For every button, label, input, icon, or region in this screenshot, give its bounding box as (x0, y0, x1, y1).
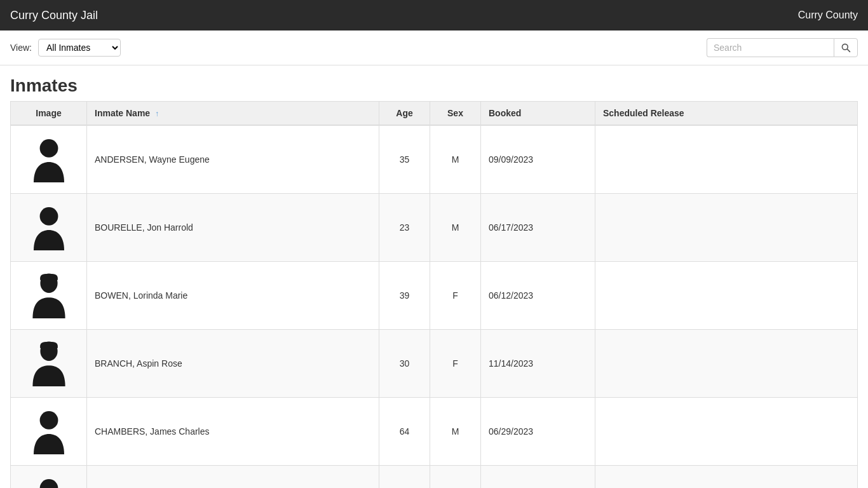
cell-booked: 10/15/2023 (481, 466, 595, 489)
table-row[interactable]: CHAMBERS, James Charles64M06/29/2023 (11, 398, 858, 466)
cell-name: COOPER, Leroy Frank (87, 466, 379, 489)
svg-line-1 (847, 49, 850, 51)
cell-sex: F (430, 262, 481, 330)
search-input[interactable] (707, 38, 834, 57)
cell-release (595, 466, 858, 489)
cell-name: CHAMBERS, James Charles (87, 398, 379, 466)
table-header: Image Inmate Name ↑ Age Sex Booked Sched… (11, 102, 858, 126)
female-silhouette (24, 270, 74, 321)
avatar (20, 131, 78, 188)
cell-booked: 11/14/2023 (481, 330, 595, 398)
cell-age: 39 (379, 262, 430, 330)
cell-sex: M (430, 194, 481, 262)
svg-point-7 (39, 479, 58, 488)
col-name[interactable]: Inmate Name ↑ (87, 102, 379, 126)
cell-age: 30 (379, 330, 430, 398)
cell-booked: 06/17/2023 (481, 194, 595, 262)
male-silhouette (24, 134, 74, 185)
col-booked: Booked (481, 102, 595, 126)
table-row[interactable]: BRANCH, Aspin Rose30F11/14/2023 (11, 330, 858, 398)
avatar (20, 335, 78, 392)
cell-sex: F (430, 330, 481, 398)
cell-sex: M (430, 398, 481, 466)
view-select[interactable]: All Inmates Released Active (38, 39, 121, 57)
inmates-table: Image Inmate Name ↑ Age Sex Booked Sched… (10, 101, 858, 488)
male-silhouette (24, 474, 74, 488)
avatar (20, 267, 78, 324)
cell-name: BOURELLE, Jon Harrold (87, 194, 379, 262)
cell-release (595, 194, 858, 262)
cell-release (595, 398, 858, 466)
table-row[interactable]: COOPER, Leroy Frank64M10/15/2023 (11, 466, 858, 489)
table-body: ANDERSEN, Wayne Eugene35M09/09/2023 BOUR… (11, 125, 858, 488)
search-button[interactable] (834, 38, 858, 57)
col-sex: Sex (430, 102, 481, 126)
app-header: Curry County Jail Curry County (0, 0, 868, 30)
svg-point-6 (39, 411, 58, 430)
cell-release (595, 125, 858, 194)
cell-name: ANDERSEN, Wayne Eugene (87, 125, 379, 194)
app-title: Curry County Jail (10, 9, 98, 22)
cell-booked: 06/29/2023 (481, 398, 595, 466)
cell-release (595, 330, 858, 398)
col-image: Image (11, 102, 87, 126)
cell-image (11, 262, 87, 330)
cell-name: BRANCH, Aspin Rose (87, 330, 379, 398)
cell-image (11, 398, 87, 466)
cell-age: 35 (379, 125, 430, 194)
page-title: Inmates (10, 76, 858, 96)
svg-point-2 (39, 139, 58, 158)
cell-image (11, 466, 87, 489)
female-silhouette (24, 338, 74, 389)
avatar (20, 403, 78, 460)
cell-name: BOWEN, Lorinda Marie (87, 262, 379, 330)
svg-point-3 (39, 207, 58, 226)
cell-age: 64 (379, 466, 430, 489)
table-row[interactable]: BOWEN, Lorinda Marie39F06/12/2023 (11, 262, 858, 330)
male-silhouette (24, 202, 74, 253)
search-icon (841, 43, 851, 53)
page-title-row: Inmates (0, 65, 868, 101)
cell-sex: M (430, 466, 481, 489)
toolbar-left: View: All Inmates Released Active (10, 39, 121, 57)
cell-image (11, 125, 87, 194)
table-wrapper: Image Inmate Name ↑ Age Sex Booked Sched… (0, 101, 868, 488)
cell-booked: 09/09/2023 (481, 125, 595, 194)
sort-arrow: ↑ (155, 109, 159, 118)
avatar (20, 199, 78, 256)
table-row[interactable]: ANDERSEN, Wayne Eugene35M09/09/2023 (11, 125, 858, 194)
avatar (20, 471, 78, 488)
county-name: Curry County (798, 10, 858, 21)
col-release: Scheduled Release (595, 102, 858, 126)
col-age: Age (379, 102, 430, 126)
cell-age: 64 (379, 398, 430, 466)
male-silhouette (24, 406, 74, 457)
toolbar-right (707, 38, 858, 57)
cell-image (11, 330, 87, 398)
cell-booked: 06/12/2023 (481, 262, 595, 330)
table-row[interactable]: BOURELLE, Jon Harrold23M06/17/2023 (11, 194, 858, 262)
cell-release (595, 262, 858, 330)
view-label: View: (10, 43, 32, 53)
cell-age: 23 (379, 194, 430, 262)
toolbar: View: All Inmates Released Active (0, 30, 868, 65)
cell-image (11, 194, 87, 262)
cell-sex: M (430, 125, 481, 194)
